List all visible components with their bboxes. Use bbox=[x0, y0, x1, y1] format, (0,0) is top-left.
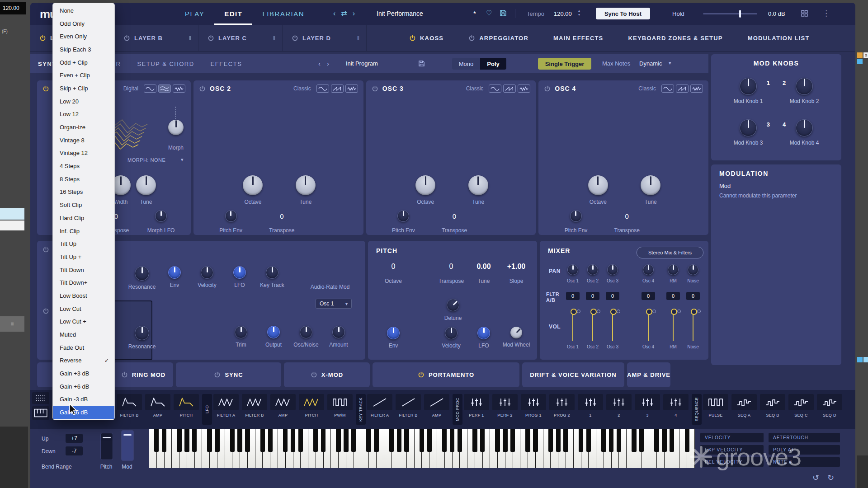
power-icon[interactable] bbox=[199, 85, 206, 92]
mod-source[interactable]: SEQUENCE bbox=[692, 394, 702, 425]
kebab-menu-icon[interactable]: ⋮ bbox=[822, 9, 830, 18]
osc1-type[interactable]: Digital bbox=[123, 85, 138, 92]
piano-black-key[interactable] bbox=[609, 429, 613, 452]
output-level-value[interactable]: 0.0 dB bbox=[768, 10, 785, 17]
menu-item[interactable]: None ✓ bbox=[53, 4, 114, 17]
piano-black-key[interactable] bbox=[632, 429, 636, 452]
volume-slider[interactable] bbox=[683, 309, 703, 341]
grid-view-icon[interactable] bbox=[801, 9, 808, 17]
next-program-button[interactable]: › bbox=[327, 60, 329, 67]
redo-button[interactable]: ↻ bbox=[827, 473, 834, 483]
tri-icon[interactable] bbox=[299, 394, 324, 410]
slider-icon[interactable] bbox=[663, 394, 689, 410]
audio-rate-mod-select[interactable]: Osc 1 ▾ bbox=[316, 299, 352, 309]
layer-hold-icon[interactable]: ‖ bbox=[357, 35, 360, 42]
fltr-value[interactable]: 0 bbox=[586, 292, 599, 300]
slider-icon[interactable] bbox=[464, 394, 489, 410]
power-icon[interactable] bbox=[544, 85, 551, 92]
mod-source[interactable]: SEQ B bbox=[760, 394, 785, 418]
menu-item[interactable]: Fade Out ✓ bbox=[53, 341, 114, 354]
perf-chip[interactable]: EXP VELOCITY bbox=[700, 445, 764, 455]
steps-icon[interactable] bbox=[760, 394, 785, 410]
piano-black-key[interactable] bbox=[154, 429, 159, 452]
filter-knob[interactable] bbox=[332, 326, 345, 338]
power-icon[interactable] bbox=[123, 35, 130, 42]
osc-type[interactable]: Classic bbox=[466, 85, 484, 92]
tempo-spinner[interactable]: ▴ ▾ bbox=[578, 9, 580, 17]
piano-black-key[interactable] bbox=[184, 429, 189, 452]
menu-item[interactable]: Tilt Down+ ✓ bbox=[53, 276, 114, 289]
mod-source[interactable]: PROG 1 bbox=[521, 394, 546, 418]
steps-icon[interactable] bbox=[731, 394, 757, 410]
osc-type[interactable]: Classic bbox=[638, 85, 656, 92]
piano-black-key[interactable] bbox=[374, 429, 378, 452]
filter-knob[interactable] bbox=[266, 266, 278, 279]
wavetable-icon[interactable] bbox=[158, 84, 171, 93]
slider-icon[interactable] bbox=[521, 394, 546, 410]
transpose-value[interactable]: 0 bbox=[114, 212, 118, 220]
tempo-value[interactable]: 120.00 bbox=[554, 10, 572, 17]
hold-slider[interactable] bbox=[703, 13, 757, 14]
chevron-down-icon[interactable]: ▾ bbox=[669, 60, 671, 66]
module-tab[interactable]: KEYBOARD ZONES & SETUP bbox=[628, 35, 722, 42]
filter-knob[interactable] bbox=[135, 266, 149, 281]
menu-item[interactable]: Gain -6 dB ✓ bbox=[53, 406, 114, 419]
layer-tab[interactable]: LAYER C ‖ bbox=[198, 25, 283, 51]
power-icon[interactable] bbox=[208, 35, 214, 42]
tune-knob[interactable] bbox=[136, 175, 156, 195]
pan-knob[interactable] bbox=[668, 264, 679, 275]
menu-item[interactable]: Low Cut ✓ bbox=[53, 302, 114, 315]
power-icon[interactable] bbox=[39, 35, 46, 42]
saw-wave-icon[interactable] bbox=[331, 84, 344, 93]
piano-black-key[interactable] bbox=[472, 429, 477, 452]
power-icon[interactable] bbox=[311, 371, 317, 378]
fltr-value[interactable]: 0 bbox=[642, 292, 655, 300]
single-trigger-button[interactable]: Single Trigger bbox=[538, 58, 591, 70]
sine-wave-icon[interactable] bbox=[144, 84, 156, 93]
swap-performance-icon[interactable]: ⇄ bbox=[341, 9, 347, 18]
piano-black-key[interactable] bbox=[162, 429, 166, 452]
menu-item[interactable]: 8 Steps ✓ bbox=[53, 173, 114, 186]
layer-tab[interactable]: LAYER D ‖ bbox=[283, 25, 367, 51]
hold-slider-handle[interactable] bbox=[739, 10, 741, 18]
mod-source[interactable]: LFO bbox=[202, 394, 212, 425]
transpose-value[interactable]: 0 bbox=[280, 212, 283, 220]
perf-chip[interactable]: NOTE # bbox=[769, 457, 840, 467]
menu-item[interactable]: Gain +3 dB ✓ bbox=[53, 367, 114, 380]
filter-knob[interactable] bbox=[201, 266, 213, 279]
menu-item[interactable]: Soft Clip ✓ bbox=[53, 198, 114, 211]
piano-black-key[interactable] bbox=[397, 429, 401, 452]
pitch-param-value[interactable]: 0 bbox=[449, 263, 453, 271]
pitch-env-knob[interactable] bbox=[570, 210, 582, 222]
piano-black-key[interactable] bbox=[670, 429, 674, 452]
menu-item[interactable]: Tilt Up ✓ bbox=[53, 237, 114, 250]
piano-black-key[interactable] bbox=[313, 429, 318, 452]
octave-knob[interactable] bbox=[243, 175, 263, 195]
noise-icon[interactable] bbox=[173, 84, 185, 93]
program-tab[interactable]: EFFECTS bbox=[211, 54, 242, 73]
menu-item[interactable]: Low 12 ✓ bbox=[53, 108, 114, 121]
mod-knob-control[interactable] bbox=[740, 119, 757, 136]
menu-item[interactable]: Gain +6 dB ✓ bbox=[53, 380, 114, 393]
power-icon[interactable] bbox=[468, 35, 475, 42]
daw-solo-button[interactable]: S bbox=[863, 52, 868, 58]
tri-icon[interactable] bbox=[213, 394, 239, 410]
slider-icon[interactable] bbox=[635, 394, 660, 410]
menu-item[interactable]: Low Cut + ✓ bbox=[53, 315, 114, 328]
piano-black-key[interactable] bbox=[450, 429, 454, 452]
mod-source[interactable]: FILTER B bbox=[117, 394, 142, 418]
pan-knob[interactable] bbox=[587, 264, 598, 275]
max-notes-select[interactable]: Dynamic bbox=[639, 60, 662, 67]
piano-black-key[interactable] bbox=[586, 429, 591, 452]
module-button[interactable]: DRIFT & VOICE VARIATION bbox=[522, 362, 624, 387]
slider-icon[interactable] bbox=[549, 394, 575, 410]
mod-source[interactable]: PERF 1 bbox=[464, 394, 489, 418]
prev-performance-button[interactable]: ‹ bbox=[333, 9, 335, 18]
pitch-env-knob[interactable] bbox=[225, 210, 237, 222]
piano-black-key[interactable] bbox=[442, 429, 447, 452]
piano-black-key[interactable] bbox=[579, 429, 583, 452]
piano-black-key[interactable] bbox=[344, 429, 348, 452]
noise-icon[interactable] bbox=[518, 84, 530, 93]
mod-source[interactable]: FILTER B bbox=[242, 394, 267, 418]
layer-hold-icon[interactable]: ‖ bbox=[189, 35, 192, 42]
